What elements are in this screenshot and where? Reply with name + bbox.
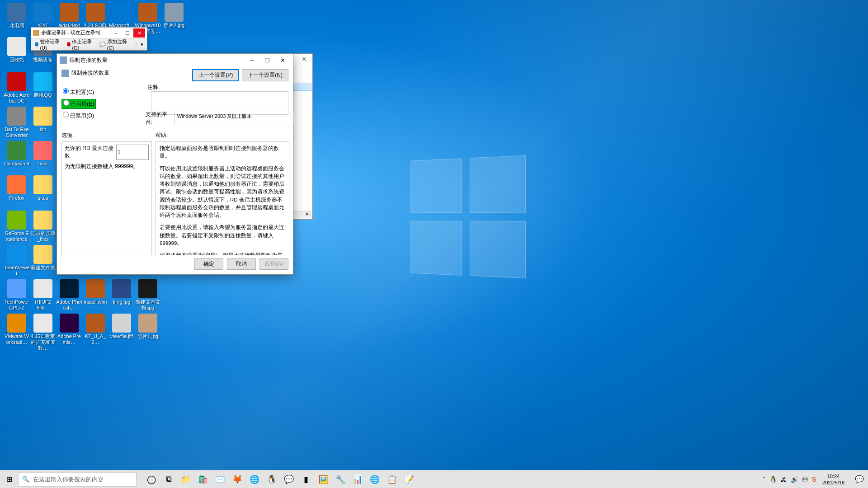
max-connections-label: 允许的 RD 最大连接数: [65, 145, 113, 160]
help-button[interactable]: ❔▾: [131, 41, 145, 48]
desktop-icon[interactable]: install.wim: [82, 279, 108, 305]
clock-time: 18:24: [822, 473, 844, 479]
dialog-titlebar[interactable]: 限制连接的数量 ─ ☐ ✕: [57, 54, 293, 66]
desktop-icon[interactable]: 照片1.jpg: [135, 314, 161, 339]
help-text: 指定远程桌面服务是否限制同时连接到服务器的数量。: [160, 145, 285, 160]
close-button[interactable]: ✕: [275, 55, 290, 66]
dingtalk-icon[interactable]: 💬: [280, 470, 297, 488]
desktop-icon[interactable]: timg.jpg: [108, 279, 135, 305]
desktop-icon[interactable]: 新建文本文档.jpg: [135, 279, 161, 311]
tray-sogou-icon[interactable]: S: [812, 476, 816, 483]
max-connections-input[interactable]: [116, 145, 149, 160]
desktop-icon[interactable]: bin: [30, 107, 56, 132]
steps-recorder-titlebar[interactable]: 步骤记录器 - 现在正在录制 ─ ☐ ✕: [31, 28, 147, 38]
file-icon: [33, 107, 52, 126]
desktop-icon[interactable]: 此电脑: [4, 3, 30, 28]
close-button[interactable]: ✕: [133, 28, 145, 38]
tray-ime-icon[interactable]: ㊥: [802, 475, 808, 483]
radio-enabled[interactable]: 已启用(E): [61, 99, 96, 109]
desktop-icon[interactable]: 腾讯QQ: [30, 72, 56, 98]
icon-label: 回收站: [4, 57, 30, 63]
taskbar-clock[interactable]: 18:24 2020/5/18: [820, 473, 847, 486]
ie-icon[interactable]: 🌐: [366, 470, 383, 488]
icon-label: skus: [30, 195, 56, 201]
file-icon: [86, 279, 105, 298]
file-explorer-icon[interactable]: 📁: [177, 470, 194, 488]
qq-icon[interactable]: 🐧: [263, 470, 280, 488]
icon-label: Adobe Photosh…: [56, 299, 82, 311]
app-icon[interactable]: 🔧: [332, 470, 349, 488]
icon-label: 新建文本文档.jpg: [135, 299, 161, 311]
next-setting-button[interactable]: 下一个设置(N): [242, 69, 288, 81]
radio-disabled[interactable]: 已禁用(D): [61, 111, 96, 120]
radio-not-configured[interactable]: 未配置(C): [61, 88, 96, 97]
prev-setting-button[interactable]: 上一个设置(P): [192, 69, 239, 81]
terminal-icon[interactable]: ▮: [297, 470, 315, 488]
app-icon[interactable]: 🖼️: [315, 470, 332, 488]
task-view-button[interactable]: ◯: [143, 470, 160, 488]
file-icon: [7, 245, 26, 264]
store-icon[interactable]: 🛍️: [194, 470, 212, 488]
desktop-icon[interactable]: Adobe Photosh…: [56, 279, 82, 311]
steps-recorder-window: 步骤记录器 - 现在正在录制 ─ ☐ ✕ 暂停记录(U) 停止记录(O) 💬添加…: [31, 27, 147, 51]
app-icon[interactable]: 📊: [349, 470, 366, 488]
desktop-icon[interactable]: 回收站: [4, 37, 30, 63]
file-icon: [112, 314, 131, 333]
start-button[interactable]: ⊞: [0, 470, 18, 488]
steps-recorder-toolbar: 暂停记录(U) 停止记录(O) 💬添加注释(C) ❔▾: [31, 38, 147, 50]
clock-date: 2020/5/18: [822, 479, 844, 486]
icon-label: install.wim: [82, 299, 108, 305]
tray-volume-icon[interactable]: 🔊: [791, 476, 798, 483]
desktop-icon[interactable]: 新建文件夹: [30, 245, 56, 271]
maximize-button[interactable]: ☐: [122, 28, 133, 38]
steps-recorder-icon[interactable]: 📝: [401, 470, 418, 488]
stop-record-button[interactable]: 停止记录(O): [65, 38, 97, 52]
desktop-icon[interactable]: hsai: [30, 141, 56, 167]
help-panel[interactable]: 指定远程桌面服务是否限制同时连接到服务器的数量。 可以使用此设置限制服务器上活动…: [156, 141, 289, 255]
minimize-button[interactable]: ─: [110, 28, 122, 38]
file-icon: [86, 314, 105, 333]
desktop-icon[interactable]: viewfile.jfif: [108, 314, 135, 339]
desktop-icon[interactable]: GeForce Experience: [4, 211, 30, 242]
tray-chevron-icon[interactable]: ˄: [763, 476, 766, 483]
desktop-icon[interactable]: TeamViewer: [4, 245, 30, 277]
minimize-button[interactable]: ─: [244, 55, 259, 66]
help-text: 可以使用此设置限制服务器上活动的远程桌面服务会话的数量。如果超出此数量，则尝试连…: [160, 165, 285, 220]
desktop-icon[interactable]: (HIUF25%…: [30, 279, 56, 311]
cortana-button[interactable]: ⧉: [160, 470, 177, 488]
apply-button[interactable]: 应用(A): [259, 258, 288, 270]
ok-button[interactable]: 确定: [194, 258, 223, 270]
add-comment-button[interactable]: 💬添加注释(C): [98, 38, 130, 52]
cancel-button[interactable]: 取消: [227, 258, 256, 270]
icon-label: 视频设备: [30, 57, 56, 63]
desktop-icon[interactable]: Microsoft…: [108, 3, 135, 28]
desktop-icon[interactable]: Camtasia 9: [4, 141, 30, 167]
desktop-icon[interactable]: TechPower GPU-Z: [4, 279, 30, 311]
desktop-icon[interactable]: Adobe Premie…: [56, 314, 82, 345]
desktop-icon[interactable]: K7_U_A_2…: [82, 314, 108, 345]
gpedit-icon[interactable]: 📋: [383, 470, 401, 488]
desktop-icon[interactable]: 钉钉: [30, 3, 56, 28]
desktop-icon[interactable]: 照片2.jpg: [161, 3, 187, 28]
notification-center-button[interactable]: 💬: [851, 470, 868, 488]
file-icon: [33, 314, 52, 333]
file-icon: [33, 245, 52, 264]
desktop-icon[interactable]: VMware Workstati…: [4, 314, 30, 345]
firefox-icon[interactable]: 🦊: [229, 470, 246, 488]
pause-record-button[interactable]: 暂停记录(U): [33, 38, 64, 52]
tray-qq-icon[interactable]: 🐧: [769, 476, 777, 483]
close-button[interactable]: ✕: [296, 54, 312, 65]
desktop-icon[interactable]: 4.15日教室的扩充和复数…: [30, 314, 56, 351]
mail-icon[interactable]: ✉️: [212, 470, 229, 488]
tray-network-icon[interactable]: 🖧: [781, 476, 787, 483]
icon-label: K7_U_A_2…: [82, 333, 108, 345]
maximize-button[interactable]: ☐: [259, 55, 275, 66]
desktop-icon[interactable]: Adobe Acrobat DC: [4, 72, 30, 104]
desktop-icon[interactable]: 记录的步骤_files: [30, 211, 56, 242]
search-box[interactable]: 🔍 在这里输入你要搜索的内容: [18, 472, 137, 487]
icon-label: 新建文件夹: [30, 265, 56, 271]
desktop-icon[interactable]: Firefox: [4, 175, 30, 201]
desktop-icon[interactable]: skus: [30, 175, 56, 201]
desktop-icon[interactable]: Bat To Exe Converter: [4, 107, 30, 138]
browser-icon[interactable]: 🌐: [246, 470, 263, 488]
